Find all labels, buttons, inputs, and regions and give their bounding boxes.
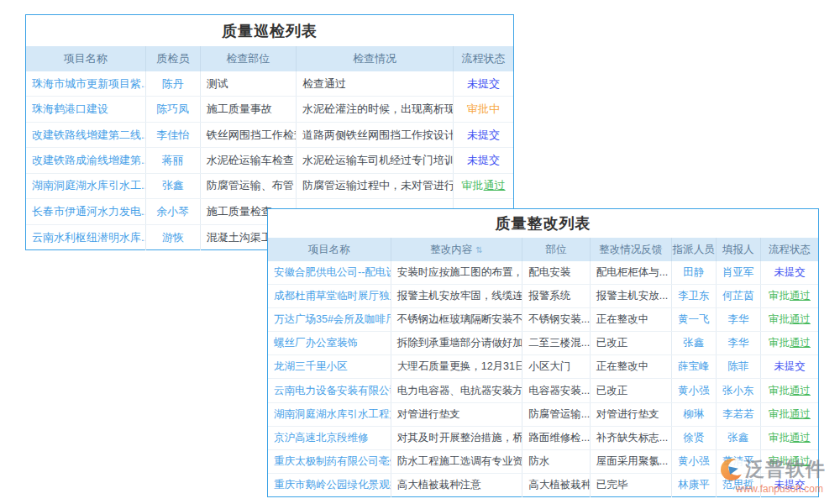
cell-inspector[interactable]: 张鑫 (146, 174, 201, 198)
cell-inspector[interactable]: 陈巧凤 (146, 97, 201, 121)
cell-status[interactable]: 审批通过 (761, 379, 818, 402)
page: 质量巡检列表 项目名称质检员检查部位检查情况流程状态 珠海市城市更新项目紫...… (0, 0, 840, 504)
cell-project[interactable]: 改建铁路成渝线增建第... (26, 148, 146, 172)
cell-project[interactable]: 重庆市鹅岭公园绿化景观提升... (268, 474, 391, 497)
cell-status[interactable]: 审批通过 (761, 332, 818, 354)
cell-project[interactable]: 长春市伊通河水力发电... (26, 199, 146, 223)
cell-situation: 防腐管运输过程中，未对管进行... (297, 174, 454, 198)
cell-project[interactable]: 云南电力设备安装有限公司20... (268, 379, 391, 402)
cell-status[interactable]: 审批通过 (761, 427, 818, 449)
cell-project[interactable]: 云南水利枢纽潜明水库... (26, 225, 146, 250)
cell-content: 对其及时开展整治措施，桥头... (391, 427, 523, 449)
cell-status[interactable]: 未提交 (454, 123, 513, 147)
rectification-table: 质量整改列表 项目名称整改内容⇅部位整改情况反馈指派人员填报人流程状态 安徽合肥… (267, 208, 819, 497)
cell-feedback: 已完毕 (591, 474, 672, 497)
cell-content: 安装时应按施工图的布置，将... (391, 261, 523, 284)
cell-feedback: 对管进行垫支 (591, 403, 672, 426)
cell-status[interactable]: 审批中 (454, 97, 513, 121)
cell-assignee[interactable]: 柳琳 (672, 403, 717, 426)
watermark-brand: 泛普软件 (745, 456, 826, 482)
cell-part: 铁丝网围挡工作检查 (201, 123, 297, 147)
table-row: 改建铁路成渝线增建第...蒋丽水泥砼运输车检查水泥砼运输车司机经过专门培训...… (26, 148, 513, 173)
cell-reporter[interactable]: 李华 (717, 332, 761, 354)
cell-reporter[interactable]: 肖亚军 (717, 261, 761, 284)
cell-status[interactable]: 审批通过 (454, 174, 513, 198)
table-row: 珠海鹤港口建设陈巧凤施工质量事故水泥砼灌注的时候，出现离析现象审批中 (26, 97, 513, 122)
cell-status[interactable]: 审批通过 (761, 308, 818, 331)
cell-inspector[interactable]: 陈丹 (146, 71, 201, 96)
cell-project[interactable]: 成都杜甫草堂临时展厅独立展... (268, 285, 391, 307)
cell-situation: 水泥砼运输车司机经过专门培训... (297, 148, 454, 172)
cell-project[interactable]: 湖南洞庭湖水库引水工... (26, 174, 146, 198)
cell-assignee[interactable]: 黄小强 (672, 379, 717, 402)
table-row: 湖南洞庭湖水库引水工...张鑫防腐管运输、布管防腐管运输过程中，未对管进行...… (26, 174, 513, 199)
cell-part: 施工质量事故 (201, 97, 297, 121)
column-header-project: 项目名称 (268, 238, 391, 261)
cell-content: 对管进行垫支 (391, 403, 523, 426)
cell-reporter[interactable]: 陈菲 (717, 355, 761, 378)
cell-inspector[interactable]: 蒋丽 (146, 148, 201, 172)
inspection-table-header: 项目名称质检员检查部位检查情况流程状态 (26, 46, 513, 71)
cell-status[interactable]: 未提交 (761, 355, 818, 378)
cell-assignee[interactable]: 林康平 (672, 474, 717, 497)
cell-project[interactable]: 改建铁路线增建第二线... (26, 123, 146, 147)
cell-feedback: 配电柜柜体与... (591, 261, 672, 284)
cell-project[interactable]: 珠海鹤港口建设 (26, 97, 146, 121)
cell-status[interactable]: 审批通过 (761, 285, 818, 307)
cell-feedback: 正在整改中 (591, 308, 672, 331)
table-row: 万达广场35#会所及咖啡厅空...不锈钢边框玻璃隔断安装不牢...不锈钢安装..… (268, 308, 818, 332)
cell-content: 大理石质量更换，12月31日之... (391, 355, 523, 378)
cell-feedback: 已改正 (591, 379, 672, 402)
column-header-inspector: 质检员 (146, 46, 201, 71)
cell-content: 拆除到承重墙部分请做好加固... (391, 332, 523, 354)
column-header-reporter: 填报人 (717, 238, 761, 261)
cell-reporter[interactable]: 何芷茵 (717, 285, 761, 307)
cell-assignee[interactable]: 张鑫 (672, 332, 717, 354)
table-row: 龙湖三千里小区大理石质量更换，12月31日之...小区大门正在整改中薛宝峰陈菲未… (268, 355, 818, 379)
cell-project[interactable]: 重庆太极制药有限公司亳州中... (268, 450, 391, 473)
cell-inspector[interactable]: 李佳怡 (146, 123, 201, 147)
cell-project[interactable]: 安徽合肥供电公司--配电设备... (268, 261, 391, 284)
sort-icon[interactable]: ⇅ (475, 245, 482, 255)
cell-assignee[interactable]: 黄一飞 (672, 308, 717, 331)
cell-part: 防腐管运输、布管 (201, 174, 297, 198)
table-row: 湖南洞庭湖水库引水工程施工I标对管进行垫支防腐管运输...对管进行垫支柳琳李若若… (268, 403, 818, 427)
cell-assignee[interactable]: 黄小强 (672, 450, 717, 473)
cell-reporter[interactable]: 李若若 (717, 403, 761, 426)
table-row: 珠海市城市更新项目紫...陈丹测试检查通过未提交 (26, 71, 513, 97)
cell-project[interactable]: 万达广场35#会所及咖啡厅空... (268, 308, 391, 331)
cell-inspector[interactable]: 余小琴 (146, 199, 201, 223)
cell-reporter[interactable]: 张小东 (717, 379, 761, 402)
cell-project[interactable]: 京沪高速北京段维修 (268, 427, 391, 449)
cell-assignee[interactable]: 田静 (672, 261, 717, 284)
cell-assignee[interactable]: 薛宝峰 (672, 355, 717, 378)
rectification-table-header: 项目名称整改内容⇅部位整改情况反馈指派人员填报人流程状态 (268, 238, 818, 261)
cell-project[interactable]: 螺丝厂办公室装饰 (268, 332, 391, 354)
cell-reporter[interactable]: 张鑫 (717, 427, 761, 449)
cell-status[interactable]: 审批通过 (761, 403, 818, 426)
cell-status[interactable]: 未提交 (454, 148, 513, 172)
cell-part: 配电安装 (522, 261, 591, 284)
table-row: 成都杜甫草堂临时展厅独立展...报警主机安放牢固，线缆连接...报警系统报警主机… (268, 285, 818, 308)
cell-inspector[interactable]: 游恢 (146, 225, 201, 250)
cell-part: 小区大门 (522, 355, 591, 378)
table-row: 改建铁路线增建第二线...李佳怡铁丝网围挡工作检查道路两侧铁丝网围挡工作按设计.… (26, 123, 513, 148)
column-header-content[interactable]: 整改内容⇅ (391, 238, 523, 261)
cell-project[interactable]: 湖南洞庭湖水库引水工程施工I标 (268, 403, 391, 426)
cell-status[interactable]: 未提交 (761, 261, 818, 284)
cell-assignee[interactable]: 李卫东 (672, 285, 717, 307)
fanpu-logo-icon (721, 459, 743, 480)
cell-status[interactable]: 未提交 (454, 71, 513, 96)
cell-situation: 检查通过 (297, 71, 454, 96)
table-row: 安徽合肥供电公司--配电设备...安装时应按施工图的布置，将...配电安装配电柜… (268, 261, 818, 285)
table-row: 京沪高速北京段维修对其及时开展整治措施，桥头...路面维修检...补齐缺失标志.… (268, 427, 818, 450)
table-row: 螺丝厂办公室装饰拆除到承重墙部分请做好加固...二至三楼混...已改正张鑫李华审… (268, 332, 818, 355)
cell-project[interactable]: 龙湖三千里小区 (268, 355, 391, 378)
cell-situation: 水泥砼灌注的时候，出现离析现象 (297, 97, 454, 121)
cell-content: 报警主机安放牢固，线缆连接... (391, 285, 523, 307)
cell-project[interactable]: 珠海市城市更新项目紫... (26, 71, 146, 96)
cell-content: 电力电容器、电抗器安装方案,... (391, 379, 523, 402)
cell-assignee[interactable]: 徐贤 (672, 427, 717, 449)
cell-part: 路面维修检... (522, 427, 591, 449)
cell-reporter[interactable]: 李华 (717, 308, 761, 331)
